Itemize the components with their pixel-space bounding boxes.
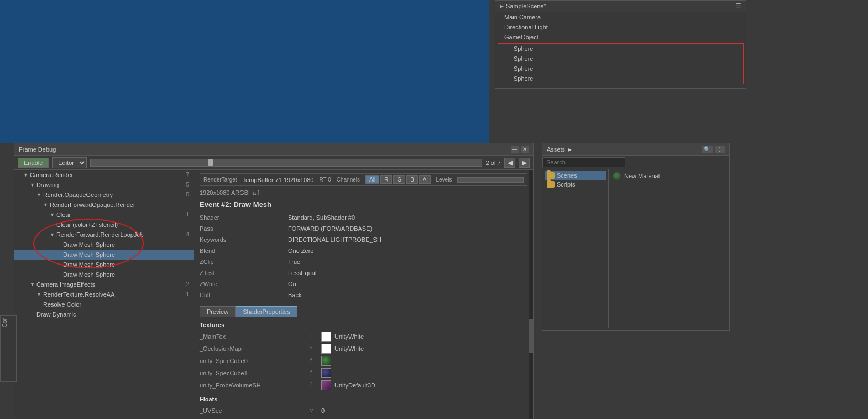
hierarchy-sphere-1[interactable]: Sphere [498,44,743,54]
tabs-row: Preview ShaderProperties [200,306,527,317]
scene-panel: ▶ SampleScene* ☰ Main Camera Directional… [495,0,746,89]
tree-clear-color[interactable]: Clear (color+Z+stencil) [14,220,194,230]
hierarchy-sphere-3[interactable]: Sphere [498,64,743,74]
tab-shader-properties[interactable]: ShaderProperties [236,306,297,317]
tree-render-loop-job[interactable]: ▼ RenderForward.RenderLoopJob 4 [14,230,194,240]
detail-zwrite: ZWrite On [200,278,527,289]
tree-render-opaque-geometry[interactable]: ▼ Render.OpaqueGeometry 5 [14,190,194,200]
detail-shader: Shader Standard, SubShader #0 [200,212,527,223]
tree-draw-mesh-sphere-4[interactable]: Draw Mesh Sphere [14,270,194,280]
resolution-info: 1920x1080 ARGBHalf [200,189,527,196]
assets-search-input[interactable] [542,157,625,167]
frame-next-btn[interactable]: ▶ [519,158,530,168]
scene-panel-header: ▶ SampleScene* ☰ [495,1,746,12]
rt-value: TempBuffer 71 1920x1080 [243,177,314,183]
assets-content: Scenes Scripts New Material [542,169,729,328]
assets-tree-item-scripts[interactable]: Scripts [545,180,606,189]
tree-panel: ▼ Camera.Render 7 ▼ Drawing 5 ▼ Render.O… [14,170,194,419]
tab-preview[interactable]: Preview [200,306,236,317]
channels-label: Channels [337,177,360,183]
frame-debug-panel: Frame Debug — ✕ Enable Editor 2 of 7 ◀ ▶… [14,143,534,419]
textures-section-header: Textures [200,322,527,328]
assets-title: Assets ► [547,146,573,153]
detail-blend: Blend One Zero [200,245,527,256]
viewport [0,0,489,143]
tex-thumb-probevolume [321,380,331,390]
rt-label: RenderTarget [203,177,237,183]
channel-r-btn[interactable]: R [380,175,392,184]
tex-thumb-speccube1 [321,368,331,378]
frame-scrubber[interactable] [90,159,482,167]
detail-panel: RenderTarget TempBuffer 71 1920x1080 RT … [194,170,533,419]
assets-search-btn[interactable]: 🔍 [702,146,713,153]
frame-prev-btn[interactable]: ◀ [504,158,515,168]
detail-zclip: ZClip True [200,256,527,267]
tree-drawing[interactable]: ▼ Drawing 5 [14,180,194,190]
scene-panel-title: SampleScene* [506,3,546,9]
content-split: ▼ Camera.Render 7 ▼ Drawing 5 ▼ Render.O… [14,170,533,419]
frame-debug-toolbar: Enable Editor 2 of 7 ◀ ▶ [14,156,533,170]
tree-draw-dynamic[interactable]: Draw Dynamic [14,309,194,319]
hierarchy-sphere-4[interactable]: Sphere [498,74,743,84]
texture-row-maintex: _MainTex f UnityWhite [200,330,527,343]
tree-render-forward-opaque[interactable]: ▼ RenderForwardOpaque.Render [14,200,194,210]
folder-icon-scripts [547,181,555,188]
scrubber-thumb [208,159,213,166]
frame-debug-title: Frame Debug [19,146,56,153]
tree-camera-image-effects[interactable]: ▼ Camera.ImageEffects 2 [14,280,194,289]
tree-draw-mesh-sphere-2[interactable]: Draw Mesh Sphere [14,250,194,260]
asset-new-material[interactable]: New Material [613,171,725,181]
scene-panel-menu-icon[interactable]: ☰ [735,2,741,10]
channel-b-btn[interactable]: B [406,175,418,184]
hierarchy-gameobject[interactable]: GameObject [495,32,746,42]
detail-cull: Cull Back [200,289,527,301]
levels-label: Levels [436,177,452,183]
panel-minimize-btn[interactable]: — [511,146,519,153]
scene-panel-icon: ▶ [500,3,504,9]
frame-debug-titlebar: Frame Debug — ✕ [14,143,533,156]
tree-clear[interactable]: ▼ Clear 1 [14,210,194,220]
tree-resolve-color[interactable]: Resolve Color [14,299,194,309]
tree-render-texture-resolve[interactable]: ▼ RenderTexture.ResolveAA 1 [14,289,194,299]
tree-draw-mesh-sphere-3[interactable]: Draw Mesh Sphere [14,260,194,270]
tree-draw-mesh-sphere-1[interactable]: Draw Mesh Sphere [14,240,194,250]
channel-a-btn[interactable]: A [419,175,431,184]
levels-slider[interactable] [457,177,524,183]
texture-row-speccube1: unity_SpecCube1 f [200,367,527,379]
tex-thumb-maintex [321,332,331,342]
texture-row-probevolume: unity_ProbeVolumeSH f UnityDefault3D [200,379,527,391]
left-side-panel: Cor [0,315,17,382]
float-row-metallic: _Metallic f 0 [200,417,527,419]
assets-tree: Scenes Scripts [542,169,609,328]
rt-number: RT 0 [319,177,331,183]
assets-header-buttons: 🔍 ⋮ [702,146,725,153]
assets-header: Assets ► 🔍 ⋮ [542,143,729,156]
tex-thumb-speccube0 [321,356,331,366]
assets-panel: Assets ► 🔍 ⋮ Scenes Scripts New Material [542,143,730,331]
channels-group: All R G B A [365,175,430,184]
assets-main: New Material [609,169,729,328]
editor-dropdown[interactable]: Editor [52,157,87,168]
channel-all-btn[interactable]: All [365,175,379,184]
detail-keywords: Keywords DIRECTIONAL LIGHTPROBE_SH [200,234,527,245]
assets-tree-item-scenes[interactable]: Scenes [545,171,606,180]
sphere-group: Sphere Sphere Sphere Sphere [498,43,744,84]
rt-bar: RenderTarget TempBuffer 71 1920x1080 RT … [200,173,527,186]
float-row-uvsec: _UVSec v 0 [200,405,527,417]
detail-pass: Pass FORWARD (FORWARDBASE) [200,223,527,234]
panel-close-btn[interactable]: ✕ [521,146,529,153]
hierarchy-main-camera[interactable]: Main Camera [495,12,746,22]
detail-scrollbar[interactable] [529,170,533,419]
hierarchy-sphere-2[interactable]: Sphere [498,54,743,64]
channel-g-btn[interactable]: G [393,175,405,184]
hierarchy-directional-light[interactable]: Directional Light [495,22,746,32]
tree-camera-render[interactable]: ▼ Camera.Render 7 [14,170,194,180]
event-title: Event #2: Draw Mesh [200,200,527,209]
enable-button[interactable]: Enable [18,158,49,168]
texture-row-occlusion: _OcclusionMap f UnityWhite [200,343,527,355]
assets-more-btn[interactable]: ⋮ [715,146,725,153]
tex-thumb-occlusion [321,344,331,354]
material-icon [613,172,621,180]
detail-ztest: ZTest LessEqual [200,267,527,278]
floats-section-header: Floats [200,396,527,402]
